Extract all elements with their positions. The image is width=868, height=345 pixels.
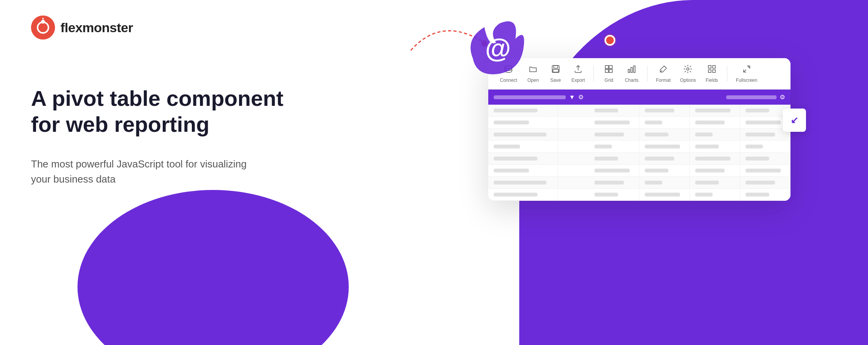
at-symbol-decoration: @	[465, 16, 527, 79]
charts-icon	[627, 64, 636, 76]
grid-cell	[690, 117, 740, 128]
svg-point-3	[41, 20, 45, 24]
col-header: ⚙	[589, 90, 790, 105]
hero-section: A pivot table componentfor web reporting…	[31, 85, 283, 187]
grid-cell	[589, 165, 639, 176]
svg-rect-21	[713, 70, 715, 72]
grid-cell	[639, 153, 690, 164]
rows-gear-icon: ⚙	[578, 93, 584, 101]
logo-text: flexmonster	[60, 20, 133, 35]
hero-subtitle: The most powerful JavaScript tool for vi…	[31, 157, 264, 187]
hero-title: A pivot table componentfor web reporting	[31, 85, 283, 137]
svg-point-17	[687, 68, 689, 70]
row-cell	[488, 177, 558, 188]
grid-cell	[589, 189, 639, 200]
grid-cell	[589, 141, 639, 152]
grid-cell	[589, 177, 639, 188]
arrow-icon: ↙	[790, 115, 798, 126]
grid-cell	[639, 189, 690, 200]
table-row	[589, 105, 790, 117]
row-cell	[488, 105, 558, 116]
charts-label: Charts	[625, 78, 638, 83]
col-header-bar	[726, 95, 777, 99]
grid-cell	[740, 177, 790, 188]
toolbar-options-button[interactable]: Options	[676, 62, 700, 85]
svg-rect-19	[713, 66, 715, 68]
svg-rect-12	[605, 69, 608, 72]
save-label: Save	[550, 78, 561, 83]
filter-icon: ▼	[569, 94, 575, 101]
svg-rect-13	[609, 69, 612, 72]
svg-rect-14	[628, 69, 630, 72]
table-row	[488, 105, 589, 117]
pivot-body: ▼ ⚙	[488, 90, 790, 201]
fields-icon	[707, 64, 716, 76]
pivot-grid: ⚙	[589, 90, 790, 201]
grid-cell	[690, 105, 740, 116]
svg-rect-10	[605, 66, 608, 69]
bg-blob-bottom	[78, 190, 349, 345]
table-row	[589, 153, 790, 165]
row-cell	[488, 129, 558, 140]
export-icon	[574, 64, 583, 76]
grid-cell	[639, 141, 690, 152]
save-icon	[551, 64, 560, 76]
grid-cell	[639, 105, 690, 116]
grid-cell	[639, 129, 690, 140]
toolbar-fullscreen-button[interactable]: Fullscreen	[732, 62, 761, 85]
table-row	[589, 165, 790, 177]
grid-cell	[690, 129, 740, 140]
table-row	[589, 117, 790, 129]
pivot-container: @ ↙ Connect	[488, 47, 790, 201]
toolbar-sep-3	[727, 66, 727, 81]
fullscreen-label: Fullscreen	[736, 78, 757, 83]
grid-cell	[639, 117, 690, 128]
table-row	[488, 153, 589, 165]
fullscreen-icon	[742, 64, 751, 76]
pivot-rows-panel: ▼ ⚙	[488, 90, 589, 201]
toolbar-export-button[interactable]: Export	[568, 62, 589, 85]
toolbar-charts-button[interactable]: Charts	[621, 62, 642, 85]
rows-panel-header: ▼ ⚙	[488, 90, 589, 105]
toolbar-save-button[interactable]: Save	[545, 62, 566, 85]
svg-rect-20	[708, 70, 711, 72]
toolbar-grid-button[interactable]: Grid	[598, 62, 619, 85]
grid-label: Grid	[604, 78, 613, 83]
grid-cell	[589, 153, 639, 164]
table-row	[589, 177, 790, 189]
col-gear-icon: ⚙	[780, 93, 785, 101]
svg-rect-11	[609, 66, 612, 69]
table-row	[488, 165, 589, 177]
grid-cell	[740, 153, 790, 164]
options-icon	[683, 64, 692, 76]
toolbar-sep-1	[593, 66, 594, 81]
row-cell	[488, 117, 558, 128]
grid-cell	[589, 129, 639, 140]
header: flexmonster	[31, 16, 133, 40]
arrow-button[interactable]: ↙	[783, 109, 806, 132]
grid-cell	[740, 165, 790, 176]
toolbar-fields-button[interactable]: Fields	[701, 62, 722, 85]
grid-cell	[740, 189, 790, 200]
grid-cell	[690, 177, 740, 188]
svg-text:@: @	[485, 33, 511, 63]
toolbar-format-button[interactable]: Format	[652, 62, 675, 85]
export-label: Export	[572, 78, 585, 83]
grid-cell	[589, 105, 639, 116]
svg-rect-18	[708, 66, 711, 68]
grid-cell	[690, 153, 740, 164]
svg-rect-9	[553, 69, 558, 72]
svg-rect-16	[634, 66, 635, 72]
row-cell	[488, 165, 558, 176]
pivot-card: Connect Open Save	[488, 58, 790, 201]
table-row	[589, 141, 790, 153]
grid-cell	[589, 117, 639, 128]
options-label: Options	[680, 78, 696, 83]
svg-rect-15	[631, 67, 632, 72]
row-cell	[488, 189, 558, 200]
table-row	[488, 177, 589, 189]
row-cell	[488, 141, 558, 152]
table-row	[589, 129, 790, 141]
grid-cell	[690, 189, 740, 200]
table-row	[488, 141, 589, 153]
